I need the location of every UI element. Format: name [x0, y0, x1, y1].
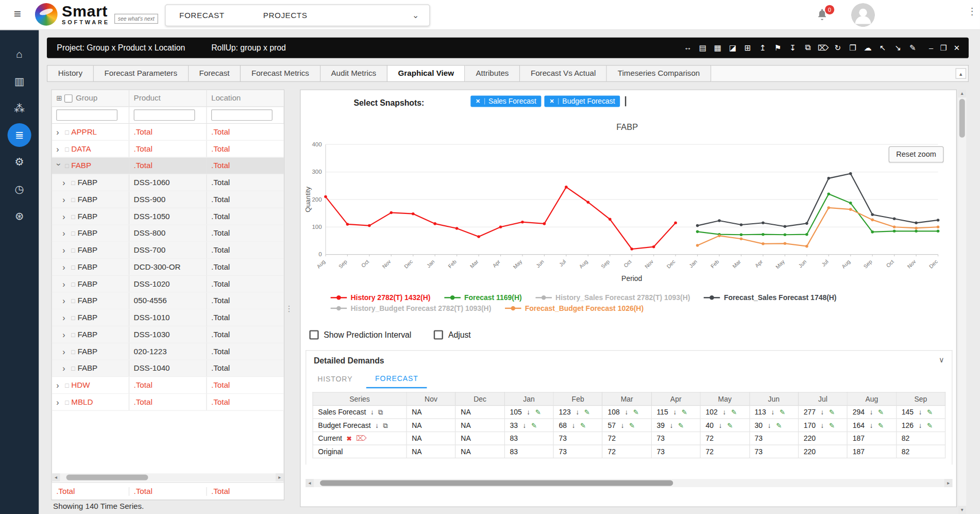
expand-icon[interactable]: ›	[62, 279, 68, 289]
data-grid-icon[interactable]: ▦	[713, 43, 722, 53]
demand-value-cell[interactable]: 30↓✎	[749, 419, 798, 432]
collapse-icon[interactable]: ›	[55, 163, 64, 169]
tree-row[interactable]: ›□FABPDSS-800.Total	[52, 225, 284, 242]
tree-row[interactable]: ›□APPRL.Total.Total	[52, 124, 284, 141]
expand-icon[interactable]: ›	[62, 363, 68, 373]
tab-audit-metrics[interactable]: Audit Metrics	[320, 65, 387, 82]
edit-icon[interactable]: ✎	[927, 408, 933, 416]
demand-value-cell[interactable]: 126↓✎	[896, 419, 945, 432]
product-filter-input[interactable]	[134, 109, 195, 121]
fill-down-icon[interactable]: ↓	[919, 421, 922, 429]
expand-icon[interactable]: ›	[62, 245, 68, 255]
expand-icon[interactable]: ›	[56, 144, 62, 154]
tab-forecast-vs-actual[interactable]: Forecast Vs Actual	[520, 65, 607, 82]
minimize-icon[interactable]: –	[929, 43, 933, 52]
tab-timeseries-comparison[interactable]: Timeseries Comparison	[607, 65, 711, 82]
demand-value-cell[interactable]: 108↓✎	[602, 406, 651, 419]
show-prediction-interval-checkbox[interactable]: Show Prediction Interval	[309, 330, 411, 339]
grid-settings-icon[interactable]: ⊞	[743, 43, 753, 53]
editable-value[interactable]: 108↓✎	[607, 408, 651, 416]
sidebar-item-home[interactable]: ⌂	[7, 45, 32, 63]
demand-value-cell[interactable]: 164↓✎	[847, 419, 896, 432]
editable-value[interactable]: 39↓✎	[657, 421, 700, 429]
demand-value-cell[interactable]: 57↓✎	[602, 419, 651, 432]
fill-icon[interactable]: ◪	[728, 43, 737, 53]
demands-horizontal-scrollbar[interactable]: ◂ ▸	[306, 479, 952, 487]
copy-icon[interactable]: ⧉	[378, 408, 383, 416]
tree-row[interactable]: ›□FABP.Total.Total	[52, 158, 284, 175]
fill-down-icon[interactable]: ↓	[719, 421, 722, 429]
tag-icon[interactable]: ⚑	[773, 43, 783, 53]
expand-icon[interactable]: ›	[62, 296, 68, 305]
fill-down-icon[interactable]: ↓	[673, 408, 677, 416]
edit-icon[interactable]: ✎	[531, 421, 537, 429]
edit-icon[interactable]: ✎	[908, 43, 918, 53]
expand-icon[interactable]: ›	[62, 313, 68, 322]
tab-graphical-view[interactable]: Graphical View	[387, 65, 465, 82]
tree-row[interactable]: ›□FABP050-4556.Total	[52, 293, 284, 310]
sidebar-item-clock[interactable]: ◷	[7, 179, 32, 198]
location-filter-input[interactable]	[211, 109, 273, 121]
demand-value-cell[interactable]: 145↓✎	[896, 406, 945, 419]
user-avatar[interactable]	[851, 3, 875, 27]
expand-all-icon[interactable]: ⊞	[56, 94, 62, 103]
expand-icon[interactable]: ›	[62, 228, 68, 238]
expand-icon[interactable]: ›	[56, 127, 62, 137]
editable-value[interactable]: 68↓✎	[559, 421, 602, 429]
chevron-down-icon[interactable]: ⌄	[412, 11, 419, 20]
demands-tab-history[interactable]: HISTORY	[309, 370, 361, 388]
tree-row[interactable]: ›□MBLD.Total.Total	[52, 394, 284, 411]
kebab-menu-icon[interactable]: ⋮	[968, 6, 977, 17]
notifications-button[interactable]: 0	[816, 8, 830, 22]
nav-projects[interactable]: PROJECTS	[263, 11, 308, 20]
expand-icon[interactable]: ›	[56, 380, 62, 390]
edit-icon[interactable]: ✎	[535, 408, 541, 416]
refresh-icon[interactable]: ↻	[833, 43, 842, 53]
sidebar-item-list[interactable]: ≣	[7, 126, 32, 144]
demand-value-cell[interactable]: 113↓✎	[749, 406, 798, 419]
editable-value[interactable]: 294↓✎	[853, 408, 896, 416]
edit-icon[interactable]: ✎	[927, 421, 933, 429]
scroll-right-icon[interactable]: ▸	[276, 473, 284, 482]
tree-horizontal-scrollbar[interactable]: ◂ ▸	[52, 473, 284, 482]
editable-value[interactable]: 123↓✎	[559, 408, 602, 416]
tab-attributes[interactable]: Attributes	[465, 65, 520, 82]
fill-down-icon[interactable]: ↓	[821, 421, 824, 429]
expand-icon[interactable]: ›	[62, 178, 68, 187]
edit-icon[interactable]: ✎	[731, 408, 737, 416]
legend-item[interactable]: History 2782(T) 1432(H)	[331, 294, 431, 302]
fill-down-icon[interactable]: ↓	[870, 408, 873, 416]
edit-icon[interactable]: ✎	[829, 408, 835, 416]
vertical-scrollbar-thumb[interactable]	[959, 99, 965, 138]
column-fit-icon[interactable]: ↔	[683, 43, 692, 53]
snapshot-chip[interactable]: ✕Sales Forecast	[470, 96, 541, 107]
sidebar-item-gear[interactable]: ⚙	[7, 153, 32, 171]
legend-item[interactable]: History_Sales Forecast 2782(T) 1093(H)	[535, 294, 690, 302]
scroll-left-icon[interactable]: ◂	[52, 473, 60, 482]
panel-resize-handle[interactable]: ⋮	[286, 299, 292, 318]
import-icon[interactable]: ↘	[893, 43, 903, 53]
tree-row[interactable]: ›□FABPDSS-900.Total	[52, 191, 284, 208]
editable-value[interactable]: 33↓✎	[510, 421, 553, 429]
legend-item[interactable]: Forecast_Budget Forecast 1026(H)	[505, 305, 644, 312]
fill-down-icon[interactable]: ↓	[576, 408, 579, 416]
forecast-chart[interactable]: 0100200300400QuantityAugSepOctNovDecJanF…	[303, 135, 950, 285]
tree-row[interactable]: ›□FABPDSS-1010.Total	[52, 309, 284, 326]
copy-grid-icon[interactable]: ⧉	[803, 43, 813, 53]
tab-forecast-parameters[interactable]: Forecast Parameters	[94, 65, 189, 82]
remove-icon[interactable]: ✕	[476, 98, 485, 104]
expand-icon[interactable]: ›	[62, 347, 68, 356]
tree-scrollbar-track[interactable]	[60, 473, 275, 482]
expand-icon[interactable]: ›	[62, 330, 68, 339]
edit-icon[interactable]: ✎	[678, 421, 684, 429]
module-dropdown[interactable]: FORECAST PROJECTS ⌄	[165, 4, 430, 26]
fill-down-icon[interactable]: ↓	[723, 408, 726, 416]
editable-value[interactable]: 115↓✎	[657, 408, 700, 416]
cloud-upload-icon[interactable]: ☁	[863, 43, 872, 53]
tree-row[interactable]: ›□FABPDCD-300-OR.Total	[52, 259, 284, 276]
snapshot-select[interactable]: ✕Sales Forecast✕Budget Forecast	[470, 96, 626, 107]
fill-down-icon[interactable]: ↓	[572, 421, 576, 429]
tab-forecast-metrics[interactable]: Forecast Metrics	[241, 65, 320, 82]
demands-scrollbar-thumb[interactable]	[320, 480, 673, 486]
edit-icon[interactable]: ✎	[584, 408, 590, 416]
